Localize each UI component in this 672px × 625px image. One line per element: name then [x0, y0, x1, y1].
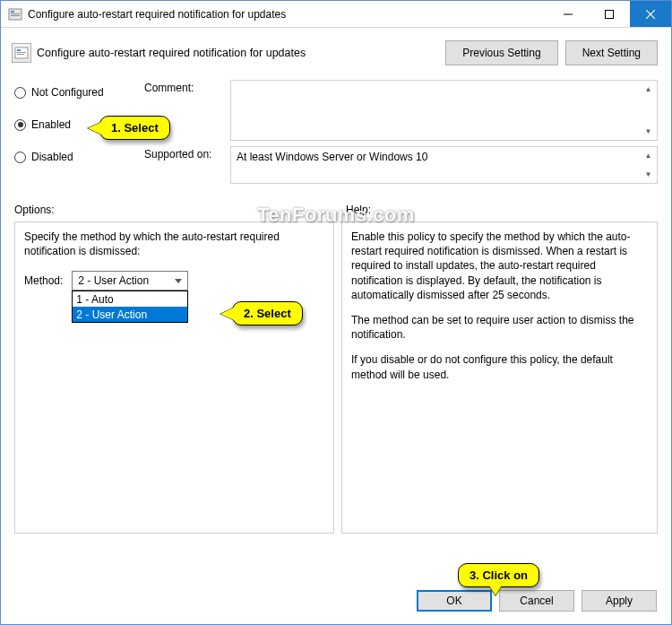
scrollbar[interactable]: ▲▼ [641, 82, 656, 139]
help-pane: Enable this policy to specify the method… [341, 221, 658, 534]
next-setting-button[interactable]: Next Setting [565, 40, 658, 65]
svg-rect-5 [606, 10, 614, 18]
radio-icon [14, 152, 26, 163]
svg-rect-11 [17, 54, 24, 55]
annotation-callout-1: 1. Select [99, 116, 170, 140]
section-labels: Options: Help: [1, 189, 671, 220]
svg-rect-3 [11, 15, 20, 16]
titlebar: Configure auto-restart required notifica… [1, 1, 671, 28]
help-text: Enable this policy to specify the method… [351, 230, 648, 382]
form-column: Comment: ▲▼ Supported on: At least Windo… [144, 80, 658, 189]
svg-rect-9 [17, 49, 21, 51]
header-row: Configure auto-restart required notifica… [1, 28, 671, 71]
options-pane: Specify the method by which the auto-res… [14, 221, 334, 534]
supported-label: Supported on: [144, 146, 230, 161]
help-para-2: The method can be set to require user ac… [351, 313, 648, 342]
radio-label: Not Configured [31, 86, 104, 99]
annotation-callout-3: 3. Click on [458, 563, 539, 587]
method-dropdown[interactable]: 2 - User Action 1 - Auto 2 - User Action [72, 271, 188, 291]
close-button[interactable] [630, 1, 671, 27]
radio-not-configured[interactable]: Not Configured [14, 83, 144, 101]
options-description: Specify the method by which the auto-res… [24, 230, 324, 258]
policy-icon [12, 43, 31, 63]
radio-label: Enabled [31, 118, 71, 131]
help-label: Help: [346, 204, 371, 216]
method-option-user-action[interactable]: 2 - User Action [73, 307, 187, 322]
svg-rect-1 [11, 11, 14, 13]
panes: Specify the method by which the auto-res… [1, 220, 671, 534]
help-para-3: If you disable or do not configure this … [351, 352, 648, 381]
supported-on-box: At least Windows Server or Windows 10 ▲▼ [230, 146, 658, 184]
method-label: Method: [24, 274, 63, 287]
app-icon [8, 7, 22, 22]
method-row: Method: 2 - User Action 1 - Auto 2 - Use… [24, 271, 324, 291]
radio-icon [14, 119, 26, 131]
window-title: Configure auto-restart required notifica… [28, 8, 547, 21]
help-para-1: Enable this policy to specify the method… [351, 230, 648, 302]
cancel-button[interactable]: Cancel [499, 590, 574, 612]
options-label: Options: [14, 204, 346, 216]
method-dropdown-list: 1 - Auto 2 - User Action [72, 291, 188, 323]
maximize-button[interactable] [589, 1, 630, 27]
svg-rect-10 [17, 52, 26, 53]
radio-disabled[interactable]: Disabled [14, 148, 144, 166]
minimize-button[interactable] [547, 1, 589, 27]
dialog-buttons: OK Cancel Apply [417, 590, 657, 612]
window-controls [547, 1, 671, 27]
radio-label: Disabled [31, 151, 73, 163]
previous-setting-button[interactable]: Previous Setting [445, 40, 557, 65]
method-option-auto[interactable]: 1 - Auto [73, 291, 187, 307]
ok-button[interactable]: OK [417, 590, 492, 612]
radio-icon [14, 87, 26, 99]
method-selected[interactable]: 2 - User Action [72, 271, 188, 291]
svg-rect-2 [11, 13, 20, 14]
comment-textarea[interactable]: ▲▼ [230, 80, 658, 141]
comment-label: Comment: [144, 80, 230, 94]
supported-on-text: At least Windows Server or Windows 10 [237, 151, 427, 163]
annotation-callout-2: 2. Select [232, 301, 303, 326]
apply-button[interactable]: Apply [582, 590, 657, 612]
policy-title: Configure auto-restart required notifica… [37, 47, 438, 59]
scrollbar[interactable]: ▲▼ [641, 148, 656, 182]
